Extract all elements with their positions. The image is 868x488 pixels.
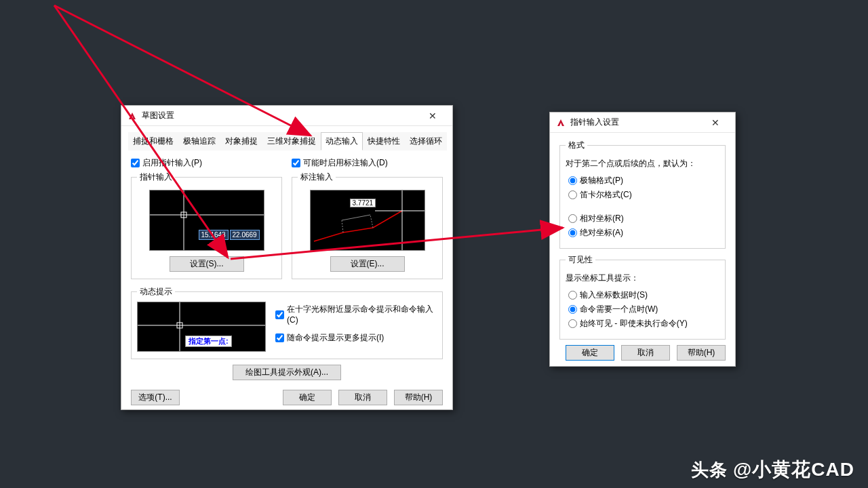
format-desc: 对于第二个点或后续的点，默认为：	[566, 158, 719, 169]
watermark-prefix: 头条	[691, 458, 728, 482]
radio[interactable]	[568, 176, 577, 185]
ok-button[interactable]: 确定	[566, 345, 614, 361]
show-on-command-point-radio[interactable]: 命令需要一个点时(W)	[568, 304, 719, 315]
close-icon[interactable]: ✕	[701, 113, 730, 132]
format-group: 格式 对于第二个点或后续的点，默认为： 极轴格式(P) 笛卡尔格式(C) 相对坐…	[559, 140, 726, 249]
coord-y-value: 22.0669	[230, 230, 260, 240]
titlebar: 草图设置 ✕	[121, 106, 452, 126]
radio[interactable]	[568, 305, 577, 314]
checkbox[interactable]	[275, 310, 284, 319]
cancel-button[interactable]: 取消	[621, 345, 670, 361]
radio[interactable]	[568, 190, 577, 199]
cartesian-format-radio[interactable]: 笛卡尔格式(C)	[568, 189, 719, 201]
coord-x-value: 15.1643	[199, 230, 229, 240]
pointer-input-settings-dialog: 指针输入设置 ✕ 格式 对于第二个点或后续的点，默认为： 极轴格式(P) 笛卡尔…	[549, 112, 736, 367]
prompt-text: 指定第一点:	[185, 336, 232, 347]
tab-snap-and-grid[interactable]: 捕捉和栅格	[128, 132, 178, 150]
tab-3d-object-snap[interactable]: 三维对象捕捉	[262, 132, 321, 150]
drafting-settings-dialog: 草图设置 ✕ 捕捉和栅格 极轴追踪 对象捕捉 三维对象捕捉 动态输入 快捷特性 …	[121, 105, 453, 410]
radio[interactable]	[568, 214, 577, 223]
svg-line-7	[342, 215, 370, 220]
dynamic-prompts-preview: 指定第一点:	[137, 302, 266, 352]
checkbox[interactable]	[292, 159, 300, 167]
dim-value: 3.7721	[350, 199, 376, 207]
checkbox[interactable]	[131, 159, 140, 167]
radio[interactable]	[568, 291, 577, 300]
help-button[interactable]: 帮助(H)	[677, 345, 726, 361]
tab-selection-cycling[interactable]: 选择循环	[405, 132, 447, 150]
show-cmd-prompt-checkbox[interactable]: 在十字光标附近显示命令提示和命令输入(C)	[275, 304, 437, 325]
app-icon	[127, 110, 138, 121]
show-on-data-input-radio[interactable]: 输入坐标数据时(S)	[568, 289, 719, 301]
pointer-input-preview: 15.1643 22.0669	[149, 190, 264, 251]
svg-line-5	[342, 220, 343, 232]
polar-format-radio[interactable]: 极轴格式(P)	[568, 175, 719, 186]
checkbox[interactable]	[275, 333, 284, 342]
visibility-group: 可见性 显示坐标工具提示： 输入坐标数据时(S) 命令需要一个点时(W) 始终可…	[559, 254, 726, 340]
tab-polar-tracking[interactable]: 极轴追踪	[178, 132, 220, 150]
app-icon	[555, 117, 566, 128]
enable-pointer-input-checkbox[interactable]: 启用指针输入(P)	[131, 157, 282, 169]
absolute-coord-radio[interactable]: 绝对坐标(A)	[568, 227, 719, 239]
tab-object-snap[interactable]: 对象捕捉	[220, 132, 262, 150]
dynamic-prompts-group: 动态提示 指定第一点: 在十字光标附近显示命令提示和命令输入(C)	[131, 286, 443, 359]
tooltip-appearance-button[interactable]: 绘图工具提示外观(A)...	[233, 365, 341, 380]
titlebar: 指针输入设置 ✕	[550, 113, 735, 133]
tabs: 捕捉和栅格 极轴追踪 对象捕捉 三维对象捕捉 动态输入 快捷特性 选择循环	[128, 131, 446, 150]
watermark-author: @小黄花CAD	[733, 457, 854, 483]
radio[interactable]	[568, 228, 577, 237]
dimension-input-group: 标注输入 3.7721 设置(E)...	[292, 171, 443, 279]
dimension-input-preview: 3.7721	[310, 190, 425, 251]
relative-coord-radio[interactable]: 相对坐标(R)	[568, 213, 719, 224]
dialog-title: 草图设置	[142, 110, 174, 121]
svg-line-6	[370, 215, 373, 228]
dimension-settings-button[interactable]: 设置(E)...	[330, 256, 405, 272]
radio[interactable]	[568, 319, 577, 328]
show-more-prompts-checkbox[interactable]: 随命令提示显示更多提示(I)	[275, 332, 437, 344]
cancel-button[interactable]: 取消	[338, 390, 387, 405]
pointer-settings-button[interactable]: 设置(S)...	[170, 256, 244, 272]
help-button[interactable]: 帮助(H)	[394, 390, 443, 405]
options-button[interactable]: 选项(T)...	[131, 390, 180, 405]
enable-dimension-input-checkbox[interactable]: 可能时启用标注输入(D)	[292, 157, 443, 169]
visibility-desc: 显示坐标工具提示：	[566, 272, 719, 284]
ok-button[interactable]: 确定	[283, 390, 332, 405]
dialog-title: 指针输入设置	[570, 117, 619, 128]
tab-quick-properties[interactable]: 快捷特性	[363, 132, 405, 150]
watermark: 头条 @小黄花CAD	[691, 457, 854, 483]
tab-dynamic-input[interactable]: 动态输入	[321, 132, 363, 150]
close-icon[interactable]: ✕	[418, 106, 447, 125]
always-visible-radio[interactable]: 始终可见 - 即使未执行命令(Y)	[568, 318, 719, 329]
pointer-input-group: 指针输入 15.1643 22.0669 设置(S)...	[131, 171, 282, 279]
